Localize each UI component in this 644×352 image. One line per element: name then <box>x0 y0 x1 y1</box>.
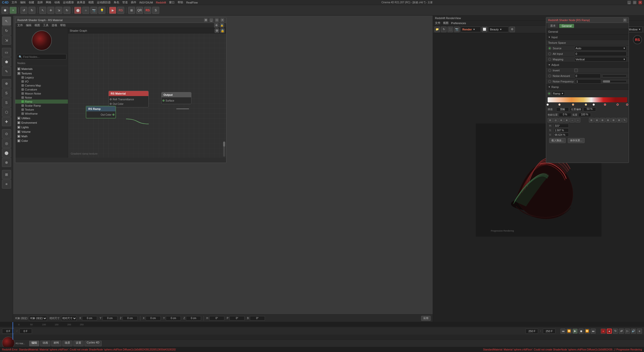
toolbar-redo-btn[interactable]: ↻ <box>28 7 35 14</box>
tree-child-wireframe[interactable]: Wireframe <box>15 112 68 116</box>
tool-paint[interactable]: ✎ <box>2 67 11 76</box>
sg-menu-options[interactable]: 选项 <box>52 23 57 27</box>
section-adjust-header[interactable]: ▼ Adjust <box>546 62 629 68</box>
close-button[interactable]: × <box>638 1 642 4</box>
menu-select[interactable]: 选择 <box>37 1 43 4</box>
tree-child-maxon-noise[interactable]: Maxon Noise <box>15 92 68 96</box>
mapping-radio[interactable] <box>548 58 551 61</box>
sg-search-box[interactable]: 🔍 <box>17 54 66 60</box>
ramp-type-radio[interactable] <box>548 92 551 95</box>
scroll-indicator[interactable] <box>223 142 225 157</box>
ramp-btn-grid6[interactable]: ⊞ <box>617 118 622 122</box>
noise-amount-radio[interactable] <box>548 74 551 77</box>
tree-group-header-materials[interactable]: ▶ Materials <box>15 67 68 71</box>
minimize-button[interactable]: _ <box>627 1 631 4</box>
toolbar-scale-btn[interactable]: ⇲ <box>55 7 62 14</box>
rv-menu-view[interactable]: 视图 <box>443 21 449 25</box>
toolbar-null-btn[interactable]: ○ <box>82 7 89 14</box>
timeline-menu-btn[interactable]: ≡ <box>637 329 642 334</box>
rv-cam-btn[interactable]: 📷 <box>454 27 460 32</box>
tool-rotate[interactable]: ↻ <box>2 26 11 35</box>
port-ramp-out-dot[interactable] <box>112 114 114 116</box>
ramp-stop-7[interactable] <box>626 104 628 106</box>
sg-maximize-button[interactable]: □ <box>215 18 219 22</box>
sg-canvas-lock-icon[interactable]: 🔒 <box>220 28 225 33</box>
loop-button[interactable]: ↻ <box>613 329 618 334</box>
tree-group-header-volume[interactable]: ▶ Volume <box>15 130 68 134</box>
x-input[interactable] <box>82 316 97 321</box>
menu-tracker[interactable]: 运动跟踪器 <box>97 1 111 4</box>
ramp-btn-4[interactable]: ⊗ <box>564 118 569 122</box>
ramp-btn-3[interactable]: ⊕ <box>559 118 564 122</box>
mapping-dropdown[interactable]: Vertical ▼ <box>574 57 627 62</box>
menu-help[interactable]: 帮助 <box>178 1 183 4</box>
tool-scale[interactable]: ⇲ <box>2 36 11 45</box>
tree-child-scalar-ramp[interactable]: Scalar Ramp <box>15 104 68 108</box>
invert-checkbox[interactable] <box>574 69 578 72</box>
ramp-stop-5[interactable] <box>604 104 606 106</box>
rv-settings-btn[interactable]: ⚙ <box>509 27 515 32</box>
toolbar-rs-btn[interactable]: RS <box>144 7 151 14</box>
port-surface-dot[interactable] <box>163 100 165 102</box>
ramp-btn-5[interactable]: ↔ <box>570 118 575 122</box>
toolbar-cam-btn[interactable]: 📷 <box>90 7 97 14</box>
toolbar-obj-btn[interactable]: ⬤ <box>74 7 81 14</box>
ramp-btn-grid4[interactable]: ⊞ <box>606 118 611 122</box>
next-frame-button[interactable]: ⏩ <box>585 329 590 334</box>
tool-a1[interactable]: ⊙ <box>2 129 11 138</box>
menu-redshift[interactable]: Redshift <box>156 1 166 4</box>
tool-s4[interactable]: ⬡ <box>2 108 11 117</box>
menu-plugin[interactable]: 插件 <box>131 1 136 4</box>
sg-menu-help[interactable]: 帮助 <box>60 23 66 27</box>
ramp-stop-1[interactable] <box>558 104 560 106</box>
go-start-button[interactable]: ⏮ <box>560 329 566 334</box>
alt-input-field[interactable]: 0 <box>574 52 627 56</box>
ramp-btn-grid[interactable]: ⊞ <box>589 118 594 122</box>
apply-btn[interactable]: 应用 <box>421 316 431 321</box>
rv-refresh-btn[interactable]: ↻ <box>441 27 447 32</box>
p-input-rot[interactable] <box>229 316 245 321</box>
playhead[interactable] <box>13 322 13 340</box>
pz-input[interactable] <box>186 316 201 321</box>
tree-group-header-textures[interactable]: ▼ Textures <box>15 71 68 75</box>
toolbar-snap-grid-btn[interactable]: QR <box>136 7 143 14</box>
py-input[interactable] <box>166 316 181 321</box>
node-rs-ramp[interactable]: RS Ramp Out Color <box>86 106 116 118</box>
tab-basic[interactable]: 基本 <box>548 23 558 28</box>
ramp-btn-2[interactable]: ◎ <box>553 118 558 122</box>
ramp-opacity-value[interactable]: 100 % <box>578 113 591 117</box>
tab-scene-btn[interactable]: 场景 <box>62 341 72 346</box>
toolbar-undo-btn[interactable]: ↺ <box>20 7 27 14</box>
tool-a2[interactable]: ◎ <box>2 139 11 148</box>
tree-child-curvature[interactable]: Curvature <box>15 87 68 92</box>
tab-general[interactable]: General <box>559 24 574 28</box>
port-refr-dot[interactable] <box>110 98 112 100</box>
tool-select-rect[interactable]: ▭ <box>2 48 11 57</box>
stop-button[interactable]: ⏹ <box>579 329 584 334</box>
ramp-btn-6[interactable]: ↔ <box>575 118 580 122</box>
play-sel-button[interactable]: ▷ <box>625 329 630 334</box>
load-preset-button[interactable]: 载入预设... <box>549 138 566 143</box>
menu-realflow[interactable]: RealFlow <box>186 1 198 4</box>
ramp-width-input[interactable]: 宽幅 <box>556 107 569 111</box>
ramp-type-dropdown[interactable]: Ramp ▼ <box>552 91 565 96</box>
menu-create[interactable]: 创建 <box>29 1 34 4</box>
tool-s2[interactable]: S <box>2 89 11 98</box>
toolbar-light-btn[interactable]: 💡 <box>98 7 105 14</box>
toolbar-rotate-btn[interactable]: ↻ <box>63 7 70 14</box>
toolbar-extra-btn[interactable]: S <box>152 7 159 14</box>
h-input[interactable]: 315° <box>554 124 569 128</box>
rv-render-dropdown[interactable]: Render ▼ <box>461 27 481 32</box>
menu-pipeline[interactable]: 管道 <box>122 1 128 4</box>
y-input[interactable] <box>102 316 117 321</box>
rv-region-btn[interactable]: ⬜ <box>482 27 487 32</box>
tab-material-btn[interactable]: 材料 <box>51 341 61 346</box>
current-frame-value[interactable]: 0 F <box>19 329 32 334</box>
tool-s3[interactable]: S <box>2 98 11 107</box>
port-outcolor-dot[interactable] <box>110 103 112 105</box>
tree-group-header-environment[interactable]: ▶ Environment <box>15 121 68 125</box>
tab-cycles-btn[interactable]: Cycles 4D <box>85 341 102 346</box>
menu-file[interactable]: 文件 <box>12 1 17 4</box>
sg-lock-icon[interactable]: 🔒 <box>220 23 224 28</box>
tool-select-live[interactable]: ⬟ <box>2 57 11 66</box>
